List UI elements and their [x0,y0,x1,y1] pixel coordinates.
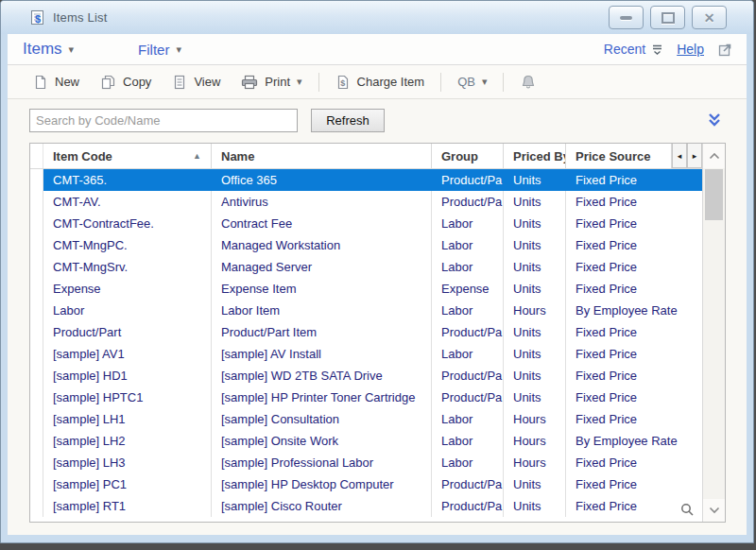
cell-priced-by[interactable]: Hours [504,452,566,473]
table-row[interactable]: ExpenseExpense ItemExpenseUnitsFixed Pri… [30,278,702,300]
cell-name[interactable]: [sample] Professional Labor [212,452,432,473]
table-row[interactable]: [sample] HPTC1[sample] HP Printer Toner … [30,387,702,408]
table-row[interactable]: CMT-AV.AntivirusProduct/PaUnitsFixed Pri… [30,191,702,213]
cell-priced-by[interactable]: Units [504,365,566,387]
popout-icon[interactable] [717,42,733,58]
cell-priced-by[interactable]: Units [504,213,566,234]
column-header-priced-by[interactable]: Priced By [504,144,566,168]
cell-code[interactable]: [sample] PC1 [43,473,212,495]
cell-price-source[interactable]: Fixed Price [566,473,702,495]
cell-code[interactable]: Expense [43,278,212,300]
help-link[interactable]: Help [677,42,704,57]
cell-price-source[interactable]: Fixed Price [566,278,702,300]
cell-name[interactable]: Managed Server [212,256,432,278]
table-row[interactable]: [sample] HD1[sample] WD 2TB SATA DrivePr… [30,365,702,387]
cell-group[interactable]: Product/Pa [432,495,504,517]
cell-price-source[interactable]: Fixed Price [566,452,702,473]
table-row[interactable]: CMT-MngSrv.Managed ServerLaborUnitsFixed… [30,256,702,278]
cell-name[interactable]: Contract Fee [212,213,432,234]
scrollbar-thumb[interactable] [705,169,723,220]
cell-priced-by[interactable]: Units [504,387,566,408]
charge-item-button[interactable]: $ Charge Item [327,71,434,94]
cell-priced-by[interactable]: Units [504,495,566,517]
cell-price-source[interactable]: Fixed Price [566,213,702,234]
cell-code[interactable]: CMT-365. [43,169,212,191]
cell-name[interactable]: [sample] HP Desktop Computer [212,473,432,495]
cell-group[interactable]: Labor [432,213,504,234]
table-row[interactable]: [sample] AV1[sample] AV InstallLaborUnit… [30,343,702,365]
cell-price-source[interactable]: Fixed Price [566,408,702,430]
table-row[interactable]: LaborLabor ItemLaborHoursBy Employee Rat… [30,300,702,321]
cell-name[interactable]: Product/Part Item [212,321,432,343]
cell-group[interactable]: Product/Pa [432,191,504,213]
scroll-up-button[interactable] [703,144,725,168]
cell-price-source[interactable]: Fixed Price [566,256,702,278]
scroll-columns-left-button[interactable]: ◂ [672,144,687,168]
cell-code[interactable]: [sample] HD1 [43,365,212,387]
table-row[interactable]: [sample] LH2[sample] Onsite WorkLaborHou… [30,430,702,452]
cell-group[interactable]: Product/Pa [432,321,504,343]
cell-priced-by[interactable]: Units [504,234,566,256]
cell-priced-by[interactable]: Units [504,191,566,213]
cell-group[interactable]: Labor [432,452,504,473]
cell-priced-by[interactable]: Hours [504,300,566,321]
expand-panel-chevrons-icon[interactable] [705,111,724,129]
alerts-button[interactable] [511,70,545,95]
cell-group[interactable]: Product/Pa [432,365,504,387]
cell-code[interactable]: CMT-ContractFee. [43,213,212,234]
cell-group[interactable]: Product/Pa [432,473,504,495]
cell-code[interactable]: Product/Part [43,321,212,343]
cell-priced-by[interactable]: Units [504,321,566,343]
cell-group[interactable]: Product/Pa [432,169,504,191]
cell-name[interactable]: [sample] HP Printer Toner Cartridge [212,387,432,408]
table-row[interactable]: [sample] LH3[sample] Professional LaborL… [30,452,702,473]
cell-price-source[interactable]: Fixed Price [566,365,702,387]
cell-code[interactable]: Labor [43,300,212,321]
column-header-item-code[interactable]: Item Code ▲ [43,144,212,168]
close-button[interactable]: ✕ [692,6,727,29]
cell-group[interactable]: Labor [432,408,504,430]
cell-priced-by[interactable]: Units [504,256,566,278]
cell-code[interactable]: [sample] HPTC1 [43,387,212,408]
cell-name[interactable]: Managed Workstation [212,234,432,256]
cell-code[interactable]: [sample] LH3 [43,452,212,473]
cell-price-source[interactable]: Fixed Price [566,321,702,343]
cell-name[interactable]: [sample] WD 2TB SATA Drive [212,365,432,387]
cell-price-source[interactable]: By Employee Rate [566,300,702,321]
cell-code[interactable]: [sample] LH2 [43,430,212,452]
column-header-name[interactable]: Name [212,144,432,168]
scroll-columns-right-button[interactable]: ▸ [687,144,702,168]
cell-name[interactable]: Labor Item [212,300,432,321]
grid-search-icon[interactable] [680,503,695,517]
cell-name[interactable]: [sample] Onsite Work [212,430,432,452]
cell-priced-by[interactable]: Hours [504,408,566,430]
column-header-group[interactable]: Group [432,144,504,168]
refresh-button[interactable]: Refresh [311,109,385,132]
cell-group[interactable]: Labor [432,430,504,452]
table-row[interactable]: [sample] RT1[sample] Cisco RouterProduct… [30,495,702,517]
cell-name[interactable]: [sample] Cisco Router [212,495,432,517]
view-button[interactable]: View [163,71,229,94]
cell-price-source[interactable]: Fixed Price [566,234,702,256]
cell-price-source[interactable]: Fixed Price [566,387,702,408]
cell-priced-by[interactable]: Units [504,278,566,300]
cell-group[interactable]: Labor [432,234,504,256]
minimize-button[interactable] [609,6,644,29]
filter-menu[interactable]: Filter ▾ [138,42,181,58]
scroll-down-button[interactable] [703,499,725,522]
cell-code[interactable]: [sample] LH1 [43,408,212,430]
cell-group[interactable]: Expense [432,278,504,300]
cell-price-source[interactable]: By Employee Rate [566,430,702,452]
cell-code[interactable]: [sample] AV1 [43,343,212,365]
print-button[interactable]: Print ▾ [232,71,310,94]
cell-priced-by[interactable]: Hours [504,430,566,452]
qb-button[interactable]: QB ▾ [449,71,495,93]
cell-code[interactable]: CMT-AV. [43,191,212,213]
cell-priced-by[interactable]: Units [504,169,566,191]
cell-name[interactable]: [sample] Consultation [212,408,432,430]
table-row[interactable]: CMT-365.Office 365Product/PaUnitsFixed P… [30,169,702,191]
cell-group[interactable]: Labor [432,300,504,321]
vertical-scrollbar[interactable] [702,144,725,522]
copy-button[interactable]: Copy [92,71,160,94]
cell-code[interactable]: CMT-MngSrv. [43,256,212,278]
